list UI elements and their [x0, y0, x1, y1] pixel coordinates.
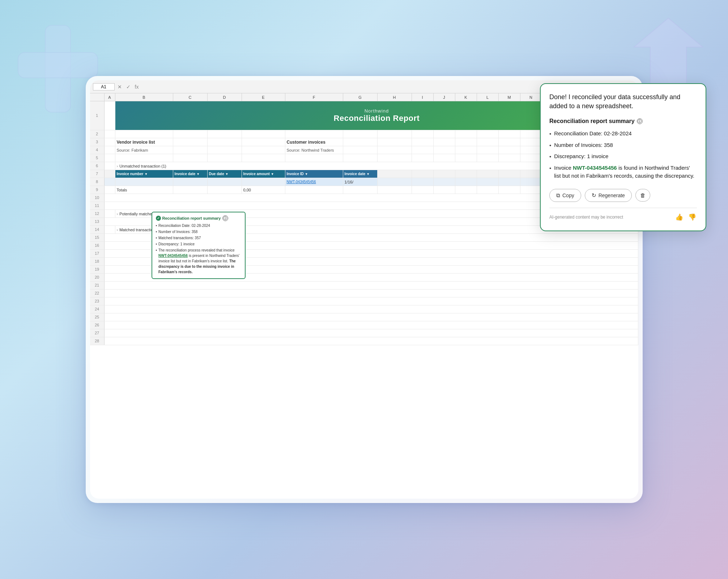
cell-a5[interactable]: [105, 154, 115, 162]
cell-row24[interactable]: [105, 305, 638, 313]
cell-i3[interactable]: [412, 138, 434, 146]
thumbs-down-button[interactable]: 👎: [687, 212, 697, 222]
cell-h3[interactable]: [378, 138, 412, 146]
cell-i2[interactable]: [412, 130, 434, 138]
totals-value[interactable]: 0,00: [242, 186, 285, 194]
cell-reference[interactable]: A1: [93, 83, 115, 90]
cell-m7[interactable]: [499, 170, 520, 178]
cell-e5[interactable]: [242, 154, 285, 162]
cell-m3[interactable]: [499, 138, 520, 146]
cell-a3[interactable]: [105, 138, 115, 146]
cell-h8[interactable]: [378, 178, 412, 186]
col-header-n[interactable]: N: [520, 93, 542, 101]
cell-d2[interactable]: [208, 130, 242, 138]
cell-m9[interactable]: [499, 186, 520, 194]
cell-m8[interactable]: [499, 178, 520, 186]
due-date-header[interactable]: Due date ▼: [208, 170, 242, 178]
vendor-source[interactable]: Source: Fabrikam: [115, 146, 173, 154]
invoice-date2-header[interactable]: Invoice date ▼: [343, 170, 378, 178]
cell-j3[interactable]: [434, 138, 455, 146]
cell-a1[interactable]: [105, 101, 115, 130]
cell-k5[interactable]: [455, 154, 477, 162]
cell-row26[interactable]: [105, 321, 638, 329]
cell-a2[interactable]: [105, 130, 115, 138]
cell-j4[interactable]: [434, 146, 455, 154]
col-header-i[interactable]: I: [412, 93, 434, 101]
col-header-k[interactable]: K: [455, 93, 477, 101]
cell-a8[interactable]: [105, 178, 115, 186]
cell-j8[interactable]: [434, 178, 455, 186]
cell-d5[interactable]: [208, 154, 242, 162]
cell-d9[interactable]: [208, 186, 242, 194]
cell-m4[interactable]: [499, 146, 520, 154]
cell-c2[interactable]: [173, 130, 208, 138]
cell-n9[interactable]: [520, 186, 542, 194]
col-header-b[interactable]: B: [115, 93, 173, 101]
cell-k7[interactable]: [455, 170, 477, 178]
thumbs-up-button[interactable]: 👍: [674, 212, 684, 222]
cell-h7[interactable]: [378, 170, 412, 178]
cell-f9[interactable]: [285, 186, 343, 194]
cell-c9[interactable]: [173, 186, 208, 194]
cell-e4[interactable]: [242, 146, 285, 154]
regenerate-button[interactable]: ↻ Regenerate: [585, 189, 632, 202]
cell-g5[interactable]: [343, 154, 378, 162]
cell-m5[interactable]: [499, 154, 520, 162]
col-header-d[interactable]: D: [208, 93, 242, 101]
cell-row21[interactable]: [105, 282, 638, 289]
totals-label[interactable]: Totals: [115, 186, 173, 194]
cell-f2[interactable]: [285, 130, 343, 138]
cell-c8[interactable]: [173, 178, 208, 186]
cell-row23[interactable]: [105, 297, 638, 305]
delete-button[interactable]: 🗑: [635, 189, 650, 202]
cell-h5[interactable]: [378, 154, 412, 162]
vendor-heading[interactable]: Vendor invoice list: [115, 138, 173, 146]
cell-row22[interactable]: [105, 290, 638, 297]
cell-c4[interactable]: [173, 146, 208, 154]
cell-l9[interactable]: [477, 186, 499, 194]
cell-row27[interactable]: [105, 329, 638, 337]
cell-e3[interactable]: [242, 138, 285, 146]
col-header-a[interactable]: A: [105, 93, 115, 101]
cell-n8[interactable]: [520, 178, 542, 186]
cell-a12[interactable]: [105, 210, 115, 217]
cell-g2[interactable]: [343, 130, 378, 138]
cell-e8[interactable]: [242, 178, 285, 186]
col-header-j[interactable]: J: [434, 93, 455, 101]
cell-l3[interactable]: [477, 138, 499, 146]
cell-i5[interactable]: [412, 154, 434, 162]
cell-n3[interactable]: [520, 138, 542, 146]
cell-k2[interactable]: [455, 130, 477, 138]
col-header-c[interactable]: C: [173, 93, 208, 101]
col-header-e[interactable]: E: [242, 93, 285, 101]
cell-h4[interactable]: [378, 146, 412, 154]
cell-l5[interactable]: [477, 154, 499, 162]
cell-f5[interactable]: [285, 154, 343, 162]
cell-j9[interactable]: [434, 186, 455, 194]
cell-d4[interactable]: [208, 146, 242, 154]
cell-h9[interactable]: [378, 186, 412, 194]
cell-m2[interactable]: [499, 130, 520, 138]
cell-b8[interactable]: [115, 178, 173, 186]
cell-k4[interactable]: [455, 146, 477, 154]
cell-a6[interactable]: [105, 162, 115, 170]
cell-k8[interactable]: [455, 178, 477, 186]
col-header-g[interactable]: G: [343, 93, 378, 101]
cell-a9[interactable]: [105, 186, 115, 194]
cell-l4[interactable]: [477, 146, 499, 154]
cell-b2[interactable]: [115, 130, 173, 138]
invoice-id-header[interactable]: Invoice ID ▼: [285, 170, 343, 178]
invoice-amount-header[interactable]: Invoice amount ▼: [242, 170, 285, 178]
cell-n7[interactable]: [520, 170, 542, 178]
cell-n2[interactable]: [520, 130, 542, 138]
cell-l7[interactable]: [477, 170, 499, 178]
cell-b5[interactable]: [115, 154, 173, 162]
invoice-number-header[interactable]: Invoice number ▼: [115, 170, 173, 178]
cell-g3[interactable]: [343, 138, 378, 146]
cell-c3[interactable]: [173, 138, 208, 146]
copy-button[interactable]: ⧉ Copy: [549, 189, 581, 202]
cell-a14[interactable]: [105, 226, 115, 233]
cell-n4[interactable]: [520, 146, 542, 154]
cell-c5[interactable]: [173, 154, 208, 162]
cell-j2[interactable]: [434, 130, 455, 138]
